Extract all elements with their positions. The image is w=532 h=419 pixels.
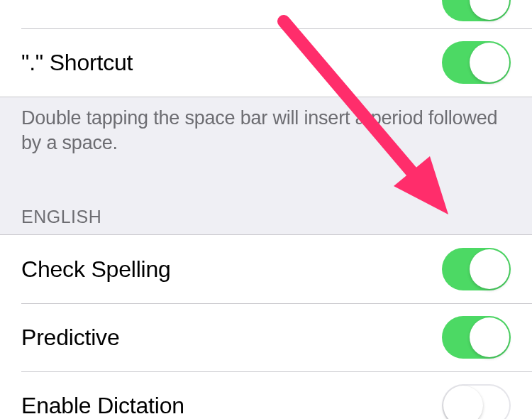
- section-header-english: ENGLISH: [0, 175, 532, 234]
- row-character-preview: Character Preview: [0, 0, 532, 28]
- toggle-enable-dictation[interactable]: [442, 384, 511, 419]
- toggle-knob: [470, 43, 509, 82]
- label-character-preview: Character Preview: [21, 0, 211, 6]
- toggle-knob: [470, 317, 509, 357]
- toggle-period-shortcut[interactable]: [442, 41, 511, 84]
- label-check-spelling: Check Spelling: [21, 256, 171, 283]
- label-period-shortcut: "." Shortcut: [21, 50, 133, 76]
- label-enable-dictation: Enable Dictation: [21, 393, 184, 419]
- row-enable-dictation: Enable Dictation: [0, 371, 532, 419]
- toggle-predictive[interactable]: [442, 316, 511, 359]
- toggle-check-spelling[interactable]: [442, 248, 511, 290]
- section-footer: Double tapping the space bar will insert…: [0, 97, 532, 175]
- row-check-spelling: Check Spelling: [0, 235, 532, 303]
- toggle-knob: [470, 0, 509, 20]
- row-period-shortcut: "." Shortcut: [0, 28, 532, 97]
- toggle-knob: [443, 386, 483, 419]
- row-predictive: Predictive: [0, 303, 532, 371]
- toggle-knob: [470, 249, 509, 289]
- toggle-character-preview[interactable]: [442, 0, 511, 21]
- label-predictive: Predictive: [21, 325, 120, 351]
